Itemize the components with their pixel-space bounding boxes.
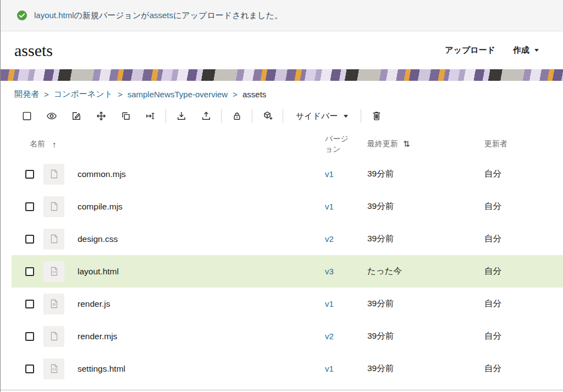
file-updated: 39分前 xyxy=(362,233,479,245)
file-updater: 自分 xyxy=(479,168,563,180)
file-icon xyxy=(49,169,59,179)
row-checkbox[interactable] xyxy=(25,300,34,308)
file-updated: 39分前 xyxy=(362,298,479,310)
breadcrumb-item-assets-current: assets xyxy=(242,90,266,99)
file-updated: 39分前 xyxy=(362,168,479,180)
row-checkbox[interactable] xyxy=(25,170,34,179)
row-checkbox[interactable] xyxy=(25,365,34,373)
breadcrumb-separator: > xyxy=(233,90,238,99)
file-updated: たった今 xyxy=(362,266,479,277)
upload-button[interactable]: アップロード xyxy=(436,41,504,60)
file-updater: 自分 xyxy=(479,330,563,342)
file-name: layout.html xyxy=(78,267,319,277)
create-button[interactable]: 作成 xyxy=(504,41,548,60)
file-thumbnail[interactable] xyxy=(43,326,64,347)
file-thumbnail[interactable] xyxy=(43,164,64,185)
breadcrumb: 開発者 > コンポーネント > sampleNewsType-overview … xyxy=(14,89,563,100)
preview-button[interactable] xyxy=(39,106,64,126)
edit-button[interactable] xyxy=(64,106,89,126)
file-version-link[interactable]: v1 xyxy=(325,299,334,308)
table-row[interactable]: layout.html v3 たった今 自分 xyxy=(12,255,563,288)
toolbar-divider xyxy=(221,109,222,123)
toast-message: layout.htmlの新規バージョンがassetsにアップロードされました。 xyxy=(34,10,283,21)
select-all-button[interactable] xyxy=(14,106,39,126)
file-version-link[interactable]: v2 xyxy=(325,332,334,341)
table-row[interactable]: render.mjs v2 39分前 自分 xyxy=(12,320,563,352)
row-checkbox[interactable] xyxy=(25,202,34,211)
file-updater: 自分 xyxy=(479,298,563,310)
file-thumbnail[interactable] xyxy=(43,229,64,250)
chevron-down-icon xyxy=(534,49,539,52)
file-thumbnail[interactable] xyxy=(43,261,64,282)
file-version-link[interactable]: v1 xyxy=(325,202,334,211)
breadcrumb-item-samplenewstype[interactable]: sampleNewsType-overview xyxy=(128,90,228,99)
toolbar-divider xyxy=(165,109,166,123)
page-header: assets アップロード 作成 xyxy=(1,31,563,69)
package-add-icon xyxy=(262,111,273,122)
move-button[interactable] xyxy=(89,106,113,126)
actions-toolbar: サイドバー xyxy=(14,106,563,126)
column-header-version: バージョン xyxy=(319,134,362,154)
row-checkbox-cell xyxy=(12,267,43,276)
row-checkbox[interactable] xyxy=(25,235,34,244)
rename-button[interactable] xyxy=(138,106,163,126)
lock-icon xyxy=(231,111,242,122)
breadcrumb-separator: > xyxy=(44,90,49,99)
eye-icon xyxy=(46,111,57,122)
row-thumbnail-cell xyxy=(43,261,78,282)
row-checkbox-cell xyxy=(12,170,43,179)
file-updater: 自分 xyxy=(479,363,563,374)
file-version-link[interactable]: v1 xyxy=(325,169,334,179)
sort-ascending-icon: ↑ xyxy=(52,140,57,149)
file-icon xyxy=(49,201,59,212)
page-title: assets xyxy=(14,41,53,60)
column-header-name[interactable]: 名前 ↑ xyxy=(12,139,319,149)
file-name: compile.mjs xyxy=(78,202,319,212)
toast-file-link[interactable]: layout.html xyxy=(34,10,74,20)
column-header-updated[interactable]: 最終更新 ⇅ xyxy=(362,139,479,149)
file-updated: 39分前 xyxy=(362,201,479,212)
file-thumbnail[interactable] xyxy=(43,196,64,217)
table-row[interactable]: settings.html v1 39分前 自分 xyxy=(12,352,563,385)
toast-folder-link[interactable]: assets xyxy=(150,10,173,20)
file-name: settings.html xyxy=(78,364,319,374)
download-icon xyxy=(176,111,187,122)
create-package-button[interactable] xyxy=(255,106,280,126)
upload-file-button[interactable] xyxy=(194,106,218,126)
breadcrumb-item-developers[interactable]: 開発者 xyxy=(14,89,39,100)
file-version-link[interactable]: v2 xyxy=(325,234,334,244)
row-checkbox[interactable] xyxy=(25,267,34,276)
row-thumbnail-cell xyxy=(43,294,78,314)
file-name: design.css xyxy=(78,234,319,244)
breadcrumb-separator: > xyxy=(118,90,123,99)
row-checkbox-cell xyxy=(12,365,43,373)
sidebar-dropdown-button[interactable]: サイドバー xyxy=(286,106,358,126)
move-arrows-icon xyxy=(96,111,107,122)
row-thumbnail-cell xyxy=(43,164,78,185)
copy-button[interactable] xyxy=(113,106,138,126)
copy-icon xyxy=(120,111,131,122)
file-updated: 39分前 xyxy=(362,330,479,342)
table-row[interactable]: compile.mjs v1 39分前 自分 xyxy=(12,190,563,223)
checkmark-circle-icon xyxy=(17,10,27,20)
file-updater: 自分 xyxy=(479,201,563,212)
file-thumbnail[interactable] xyxy=(43,294,64,314)
file-version-link[interactable]: v3 xyxy=(325,267,334,276)
table-row[interactable]: common.mjs v1 39分前 自分 xyxy=(12,158,563,190)
lock-button[interactable] xyxy=(224,106,249,126)
delete-button[interactable] xyxy=(364,106,389,126)
file-updated: 39分前 xyxy=(362,363,479,374)
folder-banner-image xyxy=(1,69,563,81)
trash-icon xyxy=(371,111,382,122)
breadcrumb-item-components[interactable]: コンポーネント xyxy=(54,89,113,100)
upload-success-toast: layout.htmlの新規バージョンがassetsにアップロードされました。 xyxy=(1,0,563,31)
download-button[interactable] xyxy=(169,106,194,126)
row-checkbox[interactable] xyxy=(25,332,34,341)
file-version-link[interactable]: v1 xyxy=(325,364,334,373)
table-row[interactable]: render.js v1 39分前 自分 xyxy=(12,288,563,320)
select-all-checkbox-icon xyxy=(21,111,32,122)
row-thumbnail-cell xyxy=(43,229,78,250)
table-row[interactable]: design.css v2 39分前 自分 xyxy=(12,223,563,255)
file-thumbnail[interactable] xyxy=(43,358,64,379)
toolbar-divider xyxy=(252,109,252,123)
